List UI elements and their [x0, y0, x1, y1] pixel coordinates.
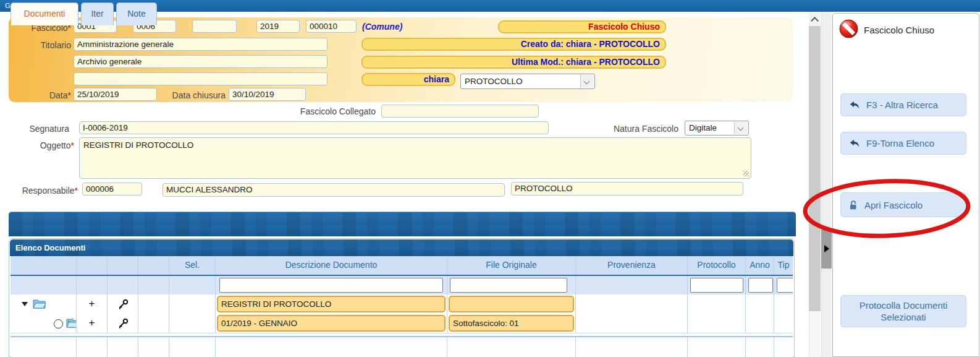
last-modified-banner: Ultima Mod.: chiara - PROTOCOLLO — [361, 56, 666, 69]
created-by-banner: Creato da: chiara - PROTOCOLLO — [361, 38, 666, 51]
folder-icon[interactable] — [33, 298, 46, 309]
add-document-button[interactable]: + — [77, 314, 107, 332]
open-padlock-icon — [850, 200, 858, 210]
table-row: + 01/2019 - GENNAIO Sottofascicolo: 01 — [11, 314, 793, 333]
gestione-fascicolo-window: Gestione Fascicolo Fascicolo* 0001 0006 … — [0, 0, 980, 357]
panel-collapse-handle[interactable] — [821, 229, 832, 269]
column-header-descrizione[interactable]: Descrizione Documento — [216, 256, 447, 275]
fascicolo-collegato-label: Fascicolo Collegato — [289, 106, 376, 116]
tab-note[interactable]: Note — [116, 2, 157, 25]
filter-file-originale-input[interactable] — [450, 278, 567, 293]
scrollbar-up-button[interactable] — [809, 13, 821, 25]
tab-iter[interactable]: Iter — [81, 2, 114, 25]
sidebar-status-label: Fascicolo Chiuso — [864, 25, 934, 35]
key-icon[interactable] — [118, 299, 129, 309]
segnatura-label: Segnatura — [6, 124, 69, 134]
sel-cell[interactable] — [169, 295, 216, 314]
fascicolo-titolo3-field[interactable] — [192, 20, 237, 33]
tab-strip — [9, 212, 796, 236]
panel-divider — [821, 12, 832, 357]
file-originale-cell[interactable]: Sottofascicolo: 01 — [449, 315, 574, 332]
table-empty-row — [11, 337, 793, 357]
responsabile-office-field[interactable]: PROTOCOLLO — [511, 182, 743, 196]
triangle-right-icon — [824, 245, 829, 252]
responsabile-name-field[interactable]: MUCCI ALESSANDRO — [163, 183, 505, 197]
data-field[interactable]: 25/10/2019 — [74, 88, 157, 101]
oggetto-textarea[interactable]: REGISTRI DI PROTOCOLLO — [79, 137, 751, 179]
chevron-down-icon[interactable] — [580, 75, 594, 88]
user-office-select[interactable]: PROTOCOLLO — [460, 74, 595, 89]
sel-cell[interactable] — [169, 314, 216, 333]
back-arrow-icon — [850, 101, 860, 110]
key-icon[interactable] — [118, 318, 129, 329]
column-header-sel[interactable]: Sel. — [169, 256, 216, 275]
filter-tipo-input[interactable] — [777, 278, 793, 293]
column-header-protocollo[interactable]: Protocollo — [688, 256, 746, 275]
titolario-desc3-field[interactable] — [74, 72, 327, 85]
titolario-label: Titolario — [9, 40, 71, 50]
filter-protocollo-input[interactable] — [690, 278, 743, 293]
resize-grip[interactable] — [743, 171, 749, 176]
fascicolo-collegato-field[interactable] — [381, 105, 539, 118]
no-entry-icon — [839, 19, 858, 38]
descrizione-cell[interactable]: REGISTRI DI PROTOCOLLO — [217, 296, 446, 312]
collapse-arrow-icon[interactable] — [22, 302, 28, 306]
apri-fascicolo-button[interactable]: Apri Fascicolo — [840, 192, 966, 217]
f9-torna-elenco-button[interactable]: F9-Torna Elenco — [840, 132, 966, 155]
protocolla-documenti-button[interactable]: Protocolla Documenti Selezionati — [840, 295, 966, 327]
elenco-documenti-header: Elenco Documenti — [10, 239, 793, 256]
radio-button[interactable] — [54, 319, 63, 329]
scrollbar-thumb[interactable] — [809, 26, 821, 311]
file-originale-cell[interactable] — [449, 296, 574, 312]
column-header-file-originale[interactable]: File Originale — [447, 256, 576, 275]
segnatura-field[interactable]: I-0006-2019 — [79, 121, 549, 134]
filter-descrizione-input[interactable] — [219, 278, 443, 293]
fascicolo-anno-field[interactable]: 2019 — [256, 20, 300, 33]
comune-note: (Comune) — [362, 22, 402, 32]
filter-anno-input[interactable] — [748, 278, 773, 293]
responsabile-label: Responsabile* — [5, 186, 78, 196]
chevron-down-icon[interactable] — [734, 122, 748, 134]
fascicolo-numero-field[interactable]: 000010 — [306, 20, 357, 33]
data-chiusura-label: Data chiusura — [159, 90, 226, 100]
titolario-desc1-field[interactable]: Amministrazione generale — [74, 38, 327, 51]
tab-documenti[interactable]: Documenti — [11, 2, 78, 25]
column-header-provenienza[interactable]: Provenienza — [576, 256, 688, 275]
table-header-row: Sel. Descrizione Documento File Original… — [11, 256, 793, 276]
table-row: + REGISTRI DI PROTOCOLLO — [11, 295, 793, 314]
responsabile-code-field[interactable]: 000006 — [82, 183, 142, 196]
data-chiusura-field[interactable]: 30/10/2019 — [229, 88, 306, 101]
chevron-up-icon — [811, 17, 819, 25]
user-banner: chiara — [361, 73, 455, 86]
add-document-button[interactable]: + — [77, 295, 107, 312]
subfolder-icon[interactable] — [66, 317, 77, 329]
descrizione-cell[interactable]: 01/2019 - GENNAIO — [217, 315, 446, 332]
table-filter-row — [11, 276, 793, 295]
fascicolo-chiuso-banner: Fascicolo Chiuso — [498, 20, 666, 33]
data-label: Data* — [9, 90, 71, 100]
back-arrow-icon — [850, 139, 860, 148]
natura-fascicolo-label: Natura Fascicolo — [606, 124, 678, 134]
column-header-anno[interactable]: Anno — [746, 256, 774, 275]
column-header-tipo[interactable]: Tip — [774, 256, 793, 275]
oggetto-label: Oggetto* — [6, 140, 74, 150]
f3-altra-ricerca-button[interactable]: F3 - Altra Ricerca — [840, 93, 966, 116]
natura-fascicolo-select[interactable]: Digitale — [685, 121, 749, 135]
titolario-desc2-field[interactable]: Archivio generale — [74, 55, 327, 68]
